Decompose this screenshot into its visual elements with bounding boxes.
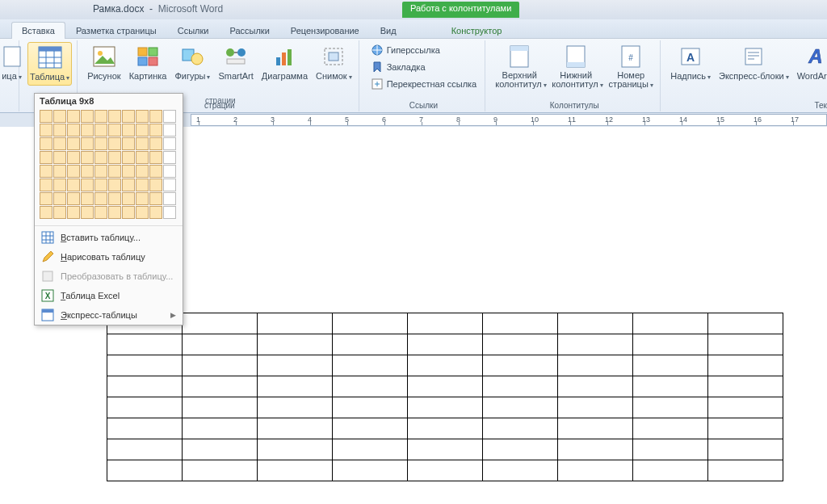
grid-cell[interactable]: [53, 192, 66, 205]
table-cell[interactable]: [708, 376, 783, 397]
grid-cell[interactable]: [163, 192, 176, 205]
table-cell[interactable]: [258, 355, 333, 376]
grid-cell[interactable]: [40, 206, 52, 219]
table-cell[interactable]: [558, 460, 633, 481]
grid-cell[interactable]: [67, 110, 80, 123]
grid-cell[interactable]: [122, 192, 135, 205]
table-cell[interactable]: [633, 460, 708, 481]
grid-cell[interactable]: [81, 178, 94, 191]
grid-cell[interactable]: [149, 178, 162, 191]
table-cell[interactable]: [633, 397, 708, 418]
table-cell[interactable]: [107, 460, 183, 481]
grid-cell[interactable]: [149, 137, 162, 150]
grid-cell[interactable]: [163, 137, 176, 150]
grid-cell[interactable]: [108, 151, 121, 164]
table-cell[interactable]: [333, 397, 408, 418]
table-cell[interactable]: [408, 376, 483, 397]
grid-cell[interactable]: [136, 124, 149, 136]
table-cell[interactable]: [483, 418, 558, 439]
pagenum-button[interactable]: #Номер страницы: [607, 42, 655, 91]
quickparts-button[interactable]: Экспресс-блоки: [717, 42, 791, 84]
table-cell[interactable]: [183, 460, 258, 481]
screenshot-button[interactable]: Снимок: [314, 42, 354, 84]
table-cell[interactable]: [183, 313, 258, 334]
table-cell[interactable]: [183, 334, 258, 355]
grid-cell[interactable]: [149, 124, 162, 136]
grid-cell[interactable]: [149, 110, 162, 123]
grid-cell[interactable]: [53, 124, 66, 136]
grid-cell[interactable]: [81, 151, 94, 164]
header-button[interactable]: Верхний колонтитул: [493, 42, 545, 91]
excel-item[interactable]: XТаблица Excel: [35, 286, 183, 305]
grid-cell[interactable]: [163, 206, 176, 219]
table-cell[interactable]: [333, 355, 408, 376]
table-cell[interactable]: [107, 334, 183, 355]
shapes-button[interactable]: Фигуры: [173, 42, 212, 84]
table-cell[interactable]: [183, 355, 258, 376]
grid-cell[interactable]: [108, 165, 121, 178]
grid-cell[interactable]: [53, 165, 66, 178]
grid-cell[interactable]: [149, 151, 162, 164]
grid-cell[interactable]: [136, 178, 149, 191]
grid-cell[interactable]: [122, 165, 135, 178]
table-cell[interactable]: [483, 313, 558, 334]
grid-cell[interactable]: [67, 165, 80, 178]
textbox-button[interactable]: AНадпись: [669, 42, 712, 84]
grid-cell[interactable]: [94, 192, 107, 205]
grid-cell[interactable]: [136, 110, 149, 123]
table-cell[interactable]: [333, 376, 408, 397]
grid-cell[interactable]: [122, 151, 135, 164]
table-cell[interactable]: [483, 376, 558, 397]
table-cell[interactable]: [258, 376, 333, 397]
grid-cell[interactable]: [67, 178, 80, 191]
table-cell[interactable]: [558, 397, 633, 418]
table-cell[interactable]: [483, 460, 558, 481]
table-cell[interactable]: [408, 397, 483, 418]
table-button[interactable]: Таблица: [27, 42, 72, 86]
table-cell[interactable]: [483, 355, 558, 376]
grid-cell[interactable]: [149, 206, 162, 219]
grid-cell[interactable]: [163, 110, 176, 123]
insert-table-item[interactable]: Вставить таблицу...: [35, 228, 183, 247]
grid-cell[interactable]: [94, 124, 107, 136]
tab-references[interactable]: Ссылки: [167, 22, 220, 39]
grid-cell[interactable]: [163, 124, 176, 136]
grid-cell[interactable]: [108, 110, 121, 123]
grid-cell[interactable]: [81, 192, 94, 205]
table-cell[interactable]: [107, 439, 183, 460]
grid-cell[interactable]: [53, 110, 66, 123]
wordart-button[interactable]: AWordArt: [796, 42, 827, 84]
table-cell[interactable]: [258, 418, 333, 439]
grid-cell[interactable]: [94, 206, 107, 219]
table-cell[interactable]: [258, 313, 333, 334]
grid-cell[interactable]: [67, 192, 80, 205]
grid-cell[interactable]: [94, 165, 107, 178]
tab-page-layout[interactable]: Разметка страницы: [65, 22, 167, 39]
table-cell[interactable]: [333, 439, 408, 460]
grid-cell[interactable]: [67, 151, 80, 164]
table-cell[interactable]: [633, 355, 708, 376]
tab-view[interactable]: Вид: [370, 22, 407, 39]
grid-cell[interactable]: [136, 165, 149, 178]
smartart-button[interactable]: SmartArt: [216, 42, 254, 82]
table-cell[interactable]: [408, 439, 483, 460]
grid-cell[interactable]: [40, 151, 52, 164]
grid-cell[interactable]: [81, 110, 94, 123]
tab-review[interactable]: Рецензирование: [280, 22, 370, 39]
table-cell[interactable]: [408, 355, 483, 376]
grid-cell[interactable]: [163, 178, 176, 191]
table-cell[interactable]: [558, 334, 633, 355]
clipart-button[interactable]: Картинка: [128, 42, 169, 82]
table-cell[interactable]: [708, 418, 783, 439]
grid-cell[interactable]: [163, 165, 176, 178]
table-cell[interactable]: [708, 460, 783, 481]
chart-button[interactable]: Диаграмма: [260, 42, 309, 82]
table-cell[interactable]: [633, 439, 708, 460]
table-cell[interactable]: [558, 439, 633, 460]
table-cell[interactable]: [333, 334, 408, 355]
grid-cell[interactable]: [53, 137, 66, 150]
grid-cell[interactable]: [81, 124, 94, 136]
table-size-picker[interactable]: [35, 108, 183, 224]
tab-mailings[interactable]: Рассылки: [219, 22, 279, 39]
grid-cell[interactable]: [40, 165, 52, 178]
